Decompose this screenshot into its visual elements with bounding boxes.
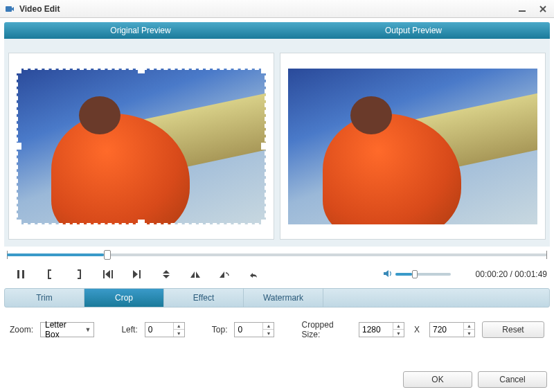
- spin-up-icon[interactable]: ▲: [393, 323, 404, 330]
- height-input[interactable]: ▲▼: [429, 322, 475, 337]
- crop-parameters: Zoom: Letter Box▼ Left: ▲▼ Top: ▲▼ Cropp…: [10, 320, 544, 339]
- edit-tabs: Trim Crop Effect Watermark: [4, 288, 550, 308]
- volume-control[interactable]: [383, 269, 451, 280]
- width-input[interactable]: ▲▼: [359, 322, 404, 337]
- svg-rect-4: [17, 270, 19, 278]
- timecode: 00:00:20 / 00:01:49: [476, 269, 547, 279]
- window-title: Video Edit: [19, 4, 515, 14]
- flip-vertical-icon[interactable]: [159, 268, 173, 280]
- bracket-close-icon[interactable]: [72, 268, 86, 280]
- close-button[interactable]: [536, 3, 550, 15]
- cropped-size-label: Cropped Size:: [302, 320, 352, 339]
- zoom-label: Zoom:: [10, 325, 33, 335]
- spin-down-icon[interactable]: ▼: [464, 330, 474, 337]
- spin-down-icon[interactable]: ▼: [263, 330, 274, 337]
- output-preview: [280, 53, 546, 240]
- titlebar: Video Edit: [0, 0, 554, 18]
- crop-handle-bc[interactable]: [138, 220, 145, 224]
- crop-selection[interactable]: [17, 69, 266, 224]
- output-video-frame: [288, 69, 537, 224]
- output-preview-label: Output Preview: [277, 22, 550, 39]
- top-label: Top:: [212, 325, 228, 335]
- left-input[interactable]: ▲▼: [145, 322, 185, 337]
- tab-crop[interactable]: Crop: [84, 289, 164, 307]
- original-video-frame: [17, 69, 266, 224]
- speaker-icon[interactable]: [383, 269, 393, 280]
- tab-trim[interactable]: Trim: [5, 289, 84, 307]
- original-preview-label: Original Preview: [4, 22, 277, 39]
- volume-thumb[interactable]: [412, 270, 418, 278]
- minimize-button[interactable]: [515, 3, 529, 15]
- spin-down-icon[interactable]: ▼: [174, 330, 184, 337]
- dialog-footer: OK Cancel: [403, 371, 547, 388]
- top-input[interactable]: ▲▼: [234, 322, 274, 337]
- timeline-progress: [7, 253, 104, 256]
- crop-handle-ml[interactable]: [17, 143, 21, 150]
- crop-handle-mr[interactable]: [261, 143, 266, 150]
- crop-handle-tr[interactable]: [261, 69, 266, 73]
- flip-horizontal-icon[interactable]: [188, 268, 202, 280]
- tab-watermark[interactable]: Watermark: [244, 289, 323, 307]
- spin-up-icon[interactable]: ▲: [174, 323, 184, 330]
- size-separator: X: [414, 325, 420, 335]
- svg-rect-8: [139, 270, 141, 278]
- pause-icon[interactable]: [14, 268, 28, 280]
- crop-handle-tc[interactable]: [138, 69, 145, 73]
- timeline-thumb[interactable]: [104, 250, 111, 260]
- preview-header: Original Preview Output Preview: [4, 22, 550, 39]
- ok-button[interactable]: OK: [403, 371, 472, 388]
- preview-area: [4, 39, 550, 247]
- next-frame-icon[interactable]: [130, 268, 144, 280]
- crop-handle-tl[interactable]: [17, 69, 21, 73]
- undo-icon[interactable]: [247, 268, 260, 280]
- original-preview[interactable]: [8, 53, 274, 240]
- chevron-down-icon: ▼: [84, 326, 91, 333]
- svg-rect-0: [6, 6, 12, 12]
- tab-effect[interactable]: Effect: [164, 289, 244, 307]
- playback-controls: 00:00:20 / 00:01:49: [7, 265, 547, 284]
- rotate-icon[interactable]: [217, 268, 231, 280]
- bracket-open-icon[interactable]: [43, 268, 57, 280]
- spin-up-icon[interactable]: ▲: [464, 323, 474, 330]
- reset-button[interactable]: Reset: [482, 321, 544, 338]
- crop-handle-bl[interactable]: [17, 220, 21, 224]
- left-label: Left:: [121, 325, 137, 335]
- crop-handle-br[interactable]: [261, 220, 266, 224]
- prev-frame-icon[interactable]: [101, 268, 115, 280]
- app-icon: [4, 3, 15, 15]
- svg-rect-5: [22, 270, 24, 278]
- cancel-button[interactable]: Cancel: [478, 371, 547, 388]
- spin-down-icon[interactable]: ▼: [393, 330, 404, 337]
- svg-rect-6: [103, 270, 105, 278]
- zoom-select[interactable]: Letter Box▼: [40, 322, 94, 337]
- svg-rect-7: [111, 270, 113, 278]
- timeline[interactable]: [7, 249, 547, 260]
- spin-up-icon[interactable]: ▲: [263, 323, 274, 330]
